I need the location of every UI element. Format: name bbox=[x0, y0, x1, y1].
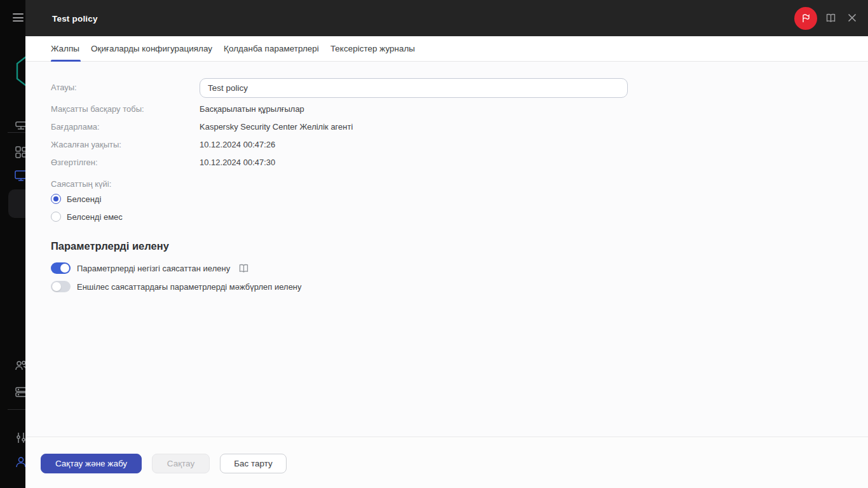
radio-active[interactable]: Белсенді bbox=[51, 194, 101, 204]
inherit-settings-heading: Параметрлерді иелену bbox=[51, 240, 169, 252]
administration-server-icon[interactable] bbox=[14, 118, 25, 132]
help-book-button[interactable] bbox=[825, 13, 836, 24]
inherit-from-parent-label: Параметрлерді негізгі саясаттан иелену bbox=[77, 264, 230, 273]
target-group-label: Мақсатты басқару тобы: bbox=[51, 104, 144, 114]
kaspersky-logo-icon bbox=[16, 56, 25, 86]
menu-icon[interactable] bbox=[13, 13, 24, 23]
application-label: Бағдарлама: bbox=[51, 122, 100, 132]
save-button[interactable]: Сақтау bbox=[152, 454, 210, 473]
general-tab-content: Атауы: Мақсатты басқару тобы: Басқарылат… bbox=[25, 62, 868, 437]
tab-event-configuration[interactable]: Оқиғаларды конфигурациялау bbox=[91, 36, 212, 61]
inherit-from-parent-toggle-row[interactable]: Параметрлерді негізгі саясаттан иелену bbox=[51, 262, 249, 274]
window-header: Test policy bbox=[25, 0, 868, 36]
dialog-footer: Сақтау және жабу Сақтау Бас тарту bbox=[25, 437, 868, 488]
radio-active-control[interactable] bbox=[51, 194, 61, 204]
tab-bar: Жалпы Оқиғаларды конфигурациялау Қолданб… bbox=[25, 36, 868, 62]
name-label: Атауы: bbox=[51, 83, 77, 92]
flag-icon bbox=[801, 13, 811, 24]
discovery-deployment-icon[interactable] bbox=[14, 145, 25, 159]
created-label: Жасалған уақыты: bbox=[51, 140, 121, 149]
policy-status-label: Саясаттың күйі: bbox=[51, 179, 111, 189]
users-roles-icon[interactable] bbox=[14, 358, 25, 372]
book-icon bbox=[825, 13, 836, 24]
devices-icon[interactable] bbox=[14, 169, 25, 183]
sidebar-item-selected[interactable] bbox=[8, 189, 25, 218]
policy-properties-window: Test policy Жалпы Оқиғаларды конфигураци… bbox=[25, 0, 868, 488]
save-and-close-button[interactable]: Сақтау және жабу bbox=[41, 454, 142, 473]
tab-general[interactable]: Жалпы bbox=[51, 36, 79, 61]
sidebar-divider bbox=[8, 132, 25, 133]
close-icon bbox=[847, 13, 857, 23]
radio-inactive[interactable]: Белсенді емес bbox=[51, 212, 123, 222]
console-settings-icon[interactable] bbox=[14, 431, 25, 445]
tab-application-settings[interactable]: Қолданба параметрлері bbox=[224, 36, 319, 61]
radio-inactive-control[interactable] bbox=[51, 212, 61, 222]
help-book-icon[interactable] bbox=[238, 263, 249, 274]
tab-revision-history[interactable]: Тексерістер журналы bbox=[330, 36, 415, 61]
force-inherit-children-toggle-row[interactable]: Еншілес саясаттардағы параметрлерді мәжб… bbox=[51, 281, 302, 292]
force-inherit-children-toggle[interactable] bbox=[51, 281, 71, 292]
modified-value: 10.12.2024 00:47:30 bbox=[200, 158, 275, 167]
policy-name-input[interactable] bbox=[200, 78, 628, 98]
app-sidebar bbox=[0, 0, 25, 488]
close-button[interactable] bbox=[847, 13, 857, 23]
cancel-button[interactable]: Бас тарту bbox=[220, 454, 287, 473]
radio-inactive-label: Белсенді емес bbox=[67, 212, 123, 222]
account-icon[interactable] bbox=[14, 455, 25, 469]
repositories-icon[interactable] bbox=[14, 385, 25, 399]
notification-flag-button[interactable] bbox=[794, 7, 817, 30]
modified-label: Өзгертілген: bbox=[51, 158, 98, 167]
radio-active-label: Белсенді bbox=[67, 194, 101, 204]
sidebar-divider bbox=[8, 409, 25, 410]
application-value: Kaspersky Security Center Желілік агенті bbox=[200, 122, 353, 132]
force-inherit-children-label: Еншілес саясаттардағы параметрлерді мәжб… bbox=[77, 282, 302, 292]
created-value: 10.12.2024 00:47:26 bbox=[200, 140, 275, 149]
inherit-from-parent-toggle[interactable] bbox=[51, 262, 71, 274]
target-group-value: Басқарылатын құрылғылар bbox=[200, 104, 304, 114]
window-title: Test policy bbox=[52, 14, 98, 24]
